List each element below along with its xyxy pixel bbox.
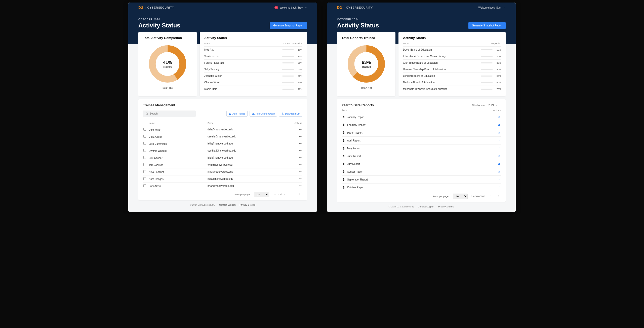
date-label: OCTOBER 2024 bbox=[337, 18, 379, 21]
col-completion: Completion bbox=[490, 42, 501, 45]
items-per-page-select[interactable]: 10 bbox=[453, 194, 468, 199]
donut-percent: 41% bbox=[147, 60, 188, 65]
chevron-down-icon bbox=[503, 7, 506, 9]
row-actions-button[interactable]: ··· bbox=[299, 163, 302, 166]
row-actions-button[interactable]: ··· bbox=[299, 156, 302, 159]
row-actions-button[interactable]: ··· bbox=[299, 142, 302, 145]
download-report-button[interactable] bbox=[498, 170, 501, 173]
download-report-button[interactable] bbox=[498, 178, 501, 181]
svg-rect-9 bbox=[343, 117, 344, 117]
row-actions-button[interactable]: ··· bbox=[299, 128, 302, 131]
download-report-button[interactable] bbox=[498, 123, 501, 127]
report-name: August Report bbox=[347, 170, 363, 173]
trainee-name: Dale Willis bbox=[149, 128, 160, 131]
row-checkbox[interactable] bbox=[143, 184, 146, 187]
svg-rect-13 bbox=[343, 133, 344, 133]
prev-page-button[interactable] bbox=[290, 193, 294, 196]
person-add-icon bbox=[229, 112, 231, 115]
status-row: Long Hill Board of Education50% bbox=[403, 72, 501, 79]
contact-support-link[interactable]: Contact Support bbox=[418, 205, 434, 208]
download-report-button[interactable] bbox=[498, 154, 501, 158]
row-checkbox[interactable] bbox=[143, 156, 146, 159]
page-title: Activity Status bbox=[138, 22, 180, 29]
date-label: OCTOBER 2024 bbox=[138, 18, 180, 21]
generate-report-button[interactable]: Generate Snapshot Report bbox=[468, 22, 506, 29]
range-label: 1 – 10 of 100 bbox=[272, 193, 286, 196]
download-report-button[interactable] bbox=[498, 115, 501, 119]
row-actions-button[interactable]: ··· bbox=[299, 170, 302, 173]
status-row: Martin Hale70% bbox=[204, 86, 302, 92]
row-actions-button[interactable]: ··· bbox=[299, 185, 302, 187]
report-row: January Report bbox=[342, 113, 501, 121]
download-report-button[interactable] bbox=[498, 139, 501, 142]
next-page-button[interactable] bbox=[298, 193, 302, 196]
report-row: May Report bbox=[342, 144, 501, 152]
report-row: March Report bbox=[342, 129, 501, 136]
brand-d2: D2 bbox=[337, 6, 342, 10]
svg-rect-18 bbox=[343, 149, 344, 149]
pager: Items per page: 10 1 – 10 of 100 bbox=[342, 191, 501, 199]
download-report-button[interactable] bbox=[498, 131, 501, 134]
search-input-wrap[interactable] bbox=[143, 111, 196, 117]
svg-rect-25 bbox=[343, 179, 344, 180]
trainee-name: Celia Allison bbox=[149, 135, 162, 138]
trainee-name: Tom Jackson bbox=[149, 164, 163, 166]
svg-line-3 bbox=[147, 114, 148, 115]
table-row: Dale Willisdale@hanoverbod.edu··· bbox=[143, 126, 302, 133]
download-report-button[interactable] bbox=[498, 147, 501, 150]
prev-page-button[interactable] bbox=[489, 195, 493, 198]
add-delete-group-button[interactable]: Add/Delete Group bbox=[250, 111, 277, 117]
table-row: Brian Steinbrian@hanoverbod.edu··· bbox=[143, 182, 302, 189]
next-page-button[interactable] bbox=[496, 195, 501, 198]
row-actions-button[interactable]: ··· bbox=[299, 135, 302, 138]
report-name: April Report bbox=[347, 139, 360, 142]
footer: © 2024 D2 Cybersecurity Contact Support … bbox=[327, 202, 516, 212]
add-trainee-button[interactable]: Add Trainee bbox=[226, 111, 248, 117]
svg-rect-11 bbox=[343, 125, 344, 125]
svg-rect-16 bbox=[343, 141, 344, 141]
row-checkbox[interactable] bbox=[143, 163, 146, 166]
row-checkbox[interactable] bbox=[143, 170, 146, 173]
row-actions-button[interactable]: ··· bbox=[299, 149, 302, 152]
progress-percent: 50% bbox=[296, 75, 302, 77]
donut-total: Total: 250 bbox=[361, 87, 372, 89]
donut-sublabel: Trained bbox=[147, 65, 188, 68]
page-title: Activity Status bbox=[337, 22, 379, 29]
row-actions-button[interactable]: ··· bbox=[299, 177, 302, 180]
row-checkbox[interactable] bbox=[143, 135, 146, 138]
user-menu[interactable]: 6 Welcome back, Trey bbox=[274, 6, 307, 9]
report-name: March Report bbox=[347, 131, 363, 134]
row-checkbox[interactable] bbox=[143, 149, 146, 152]
row-checkbox[interactable] bbox=[143, 177, 146, 180]
total-activity-card: Total Activity Completion 41% Trained To… bbox=[138, 32, 197, 96]
download-icon bbox=[281, 112, 284, 115]
row-checkbox[interactable] bbox=[143, 128, 146, 131]
progress-percent: 60% bbox=[495, 81, 501, 84]
status-row: Sarah Reese20% bbox=[204, 53, 302, 59]
card-title: Total Cohorts Trained bbox=[342, 36, 375, 40]
svg-rect-24 bbox=[343, 172, 344, 172]
trainee-name: Brian Stein bbox=[149, 185, 161, 188]
search-input[interactable] bbox=[150, 112, 193, 115]
generate-report-button[interactable]: Generate Snapshot Report bbox=[270, 22, 307, 29]
document-icon bbox=[342, 131, 345, 134]
row-checkbox[interactable] bbox=[143, 142, 146, 145]
download-report-button[interactable] bbox=[498, 162, 501, 166]
privacy-terms-link[interactable]: Privacy & terms bbox=[438, 205, 454, 208]
notification-badge[interactable]: 6 bbox=[274, 6, 278, 9]
footer-copyright: © 2024 D2 Cybersecurity bbox=[190, 204, 215, 206]
year-filter-select[interactable]: 2024 bbox=[488, 103, 501, 107]
svg-rect-27 bbox=[343, 187, 344, 188]
status-name: Fannie Fitzgerald bbox=[204, 61, 282, 64]
table-row: Lulu Cooperlulul@hanoverbod.edu··· bbox=[143, 154, 302, 161]
progress-percent: 20% bbox=[495, 55, 501, 58]
download-report-button[interactable] bbox=[498, 186, 501, 189]
svg-rect-28 bbox=[343, 188, 344, 188]
user-menu[interactable]: Welcome back, Stan bbox=[478, 6, 506, 9]
privacy-terms-link[interactable]: Privacy & terms bbox=[239, 204, 255, 206]
donut-chart: 63% Trained bbox=[346, 44, 386, 84]
download-list-button[interactable]: Download List bbox=[279, 111, 302, 117]
items-per-page-select[interactable]: 10 bbox=[254, 192, 269, 197]
report-row: August Report bbox=[342, 168, 501, 175]
contact-support-link[interactable]: Contact Support bbox=[219, 204, 235, 206]
